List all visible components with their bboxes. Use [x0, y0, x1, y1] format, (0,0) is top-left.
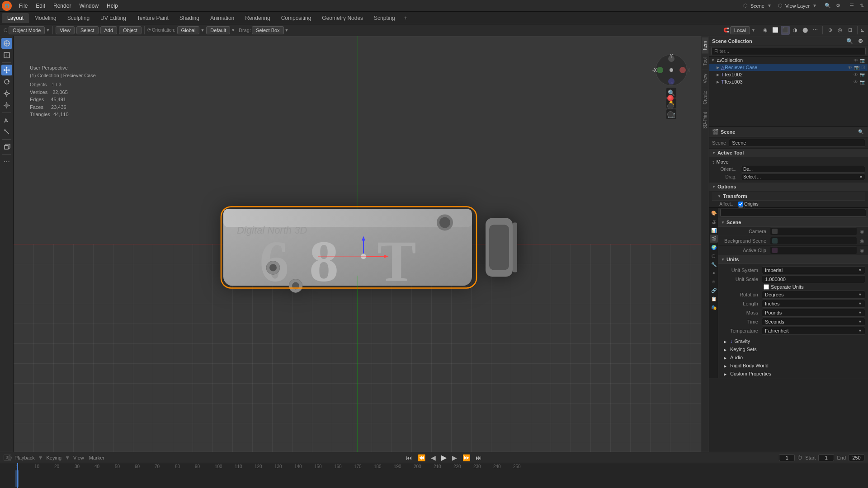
menu-file[interactable]: File	[15, 2, 31, 10]
add-menu-btn[interactable]: Add	[100, 26, 118, 34]
menu-window[interactable]: Window	[75, 2, 102, 10]
outliner-filter-icon[interactable]: ⚙	[856, 37, 865, 46]
gravity-item[interactable]: ↓ Gravity	[718, 337, 868, 345]
jump-start-btn[interactable]: ⏮	[405, 454, 414, 461]
annotate-tool-btn[interactable]	[1, 115, 12, 126]
shading-render-icon[interactable]: ⬤	[801, 26, 810, 35]
audio-item[interactable]: Audio	[718, 353, 868, 361]
add-workspace-tab[interactable]: +	[401, 13, 411, 23]
snap-btn[interactable]: Local	[730, 26, 750, 34]
outliner-reciever-case[interactable]: △ Reciever Case 👁 📷 ☑	[709, 64, 868, 71]
nav-dot-front[interactable]	[668, 56, 675, 62]
rotate-tool-btn[interactable]	[1, 76, 12, 87]
scale-tool-btn[interactable]	[1, 88, 12, 99]
menu-help[interactable]: Help	[103, 2, 122, 10]
xray-toggle-icon[interactable]: ⊡	[845, 26, 854, 35]
select-tool-btn[interactable]	[1, 50, 12, 61]
start-frame-input[interactable]: 1	[818, 454, 834, 461]
material-props-icon[interactable]: 🎭	[710, 303, 718, 311]
search-icon[interactable]: 🔍	[823, 1, 832, 10]
prev-keyframe-btn[interactable]: ⏪	[416, 454, 427, 461]
item-eye-icon[interactable]: 👁	[847, 65, 853, 70]
playback-btn[interactable]: Playback	[13, 454, 37, 461]
orient-dropdown[interactable]: De...	[741, 166, 865, 173]
scene-props-icon[interactable]: 🎬	[710, 235, 718, 243]
select-box-btn[interactable]: Select Box	[252, 26, 284, 34]
tab-shading[interactable]: Shading	[174, 13, 205, 23]
bg-scene-link-icon[interactable]: ◉	[858, 237, 866, 245]
tab-geometry-nodes[interactable]: Geometry Nodes	[316, 13, 368, 23]
units-section-header[interactable]: Units	[718, 255, 868, 264]
jump-end-btn[interactable]: ⏭	[474, 454, 483, 461]
3d-model[interactable]: Digital North 3D 6 8 T	[205, 173, 522, 310]
temperature-value[interactable]: Fahrenheit ▼	[762, 327, 865, 335]
eye-icon[interactable]: 👁	[853, 58, 859, 63]
render-props-icon[interactable]: 🎨	[710, 209, 718, 217]
scene-props-search[interactable]	[720, 209, 866, 217]
more-shading-icon[interactable]: ⋯	[811, 26, 820, 35]
transform-tool-btn[interactable]	[1, 100, 12, 111]
add-cube-btn[interactable]	[1, 141, 12, 152]
custom-props-item[interactable]: Custom Properties	[718, 370, 868, 378]
options-header[interactable]: Options	[709, 183, 868, 191]
cursor-tool-btn[interactable]	[1, 38, 12, 49]
select-menu-btn[interactable]: Select	[76, 26, 99, 34]
shading-material-icon[interactable]: ◑	[791, 26, 800, 35]
current-frame-input[interactable]: 1	[779, 454, 795, 461]
tab-3dprint[interactable]: 3D-Print	[702, 108, 708, 132]
unit-system-value[interactable]: Imperial ▼	[762, 266, 865, 274]
data-props-icon[interactable]: 📋	[710, 295, 718, 303]
overlays-icon[interactable]: ◎	[835, 26, 844, 35]
filter-icon[interactable]: ☰	[847, 1, 856, 10]
active-tool-header[interactable]: Active Tool	[709, 149, 868, 157]
particles-props-icon[interactable]: ✦	[710, 269, 718, 277]
outliner-search-input[interactable]	[711, 47, 866, 55]
tab-rendering[interactable]: Rendering	[240, 13, 275, 23]
text003-camera-icon[interactable]: 📷	[859, 80, 866, 84]
modifier-props-icon[interactable]: 🔧	[710, 260, 718, 268]
props-search-icon[interactable]: 🔍	[856, 127, 865, 136]
tab-uv-editing[interactable]: UV Editing	[95, 13, 132, 23]
tab-view[interactable]: View	[702, 70, 708, 87]
tab-layout[interactable]: Layout	[2, 13, 29, 23]
length-value[interactable]: Inches ▼	[762, 300, 865, 308]
tab-sculpting[interactable]: Sculpting	[62, 13, 95, 23]
physics-props-icon[interactable]: ⚛	[710, 277, 718, 286]
active-clip-value[interactable]	[770, 246, 857, 254]
view-tl-btn[interactable]: View	[71, 454, 86, 461]
scene-dropdown[interactable]: Scene	[750, 3, 764, 9]
shading-solid-icon[interactable]: ⬛	[781, 26, 790, 35]
gizmo-icon[interactable]: ⊕	[826, 26, 835, 35]
xray-icon[interactable]: ◉	[761, 26, 770, 35]
play-btn[interactable]: ▶	[440, 453, 448, 462]
text002-camera-icon[interactable]: 📷	[859, 72, 866, 77]
scene-section-header[interactable]: Scene	[718, 218, 868, 227]
marker-btn[interactable]: Marker	[87, 454, 106, 461]
tab-tool[interactable]: Tool	[702, 53, 708, 69]
extras-btn[interactable]: ⋯	[1, 156, 12, 167]
move-tool-btn[interactable]	[1, 65, 12, 75]
view-menu-btn[interactable]: View	[56, 26, 75, 34]
background-scene-value[interactable]	[770, 237, 857, 245]
object-menu-btn[interactable]: Object	[119, 26, 142, 34]
tab-compositing[interactable]: Compositing	[276, 13, 317, 23]
unit-scale-value[interactable]: 1.000000	[762, 275, 865, 283]
world-props-icon[interactable]: 🌍	[710, 243, 718, 251]
view-layer-props-icon[interactable]: 📊	[710, 226, 718, 234]
tab-create[interactable]: Create	[702, 87, 708, 108]
outliner-text003[interactable]: T Text.003 👁 📷	[709, 78, 868, 85]
text002-eye-icon[interactable]: 👁	[853, 72, 859, 77]
menu-render[interactable]: Render	[50, 2, 75, 10]
render-icon[interactable]: 📷	[859, 58, 866, 63]
step-back-btn[interactable]: ◀	[429, 454, 437, 461]
rigid-body-item[interactable]: Rigid Body World	[718, 361, 868, 370]
step-forward-btn[interactable]: ▶	[451, 454, 458, 461]
rotation-value[interactable]: Degrees ▼	[762, 291, 865, 299]
menu-edit[interactable]: Edit	[32, 2, 49, 10]
nav-dot-z[interactable]	[668, 78, 675, 84]
drag-dropdown[interactable]: Select ... ▼	[741, 174, 865, 180]
separate-units-checkbox[interactable]	[764, 284, 769, 290]
scene-name-value[interactable]: Scene	[729, 139, 865, 147]
object-props-icon[interactable]: ⬡	[710, 252, 718, 260]
options-icon[interactable]: ⚙	[834, 1, 843, 10]
